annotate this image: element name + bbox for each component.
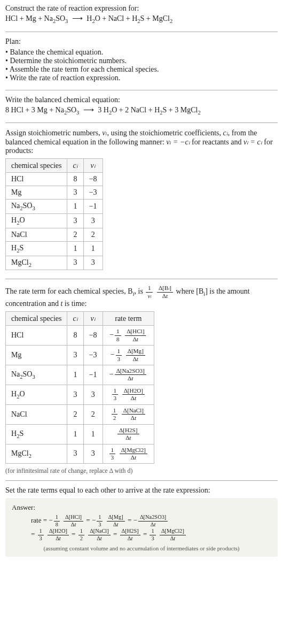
plan-item: Balance the chemical equation. — [5, 48, 278, 57]
text: , using the stoichiometric coefficients, — [107, 129, 223, 137]
plan-item: Assemble the rate term for each chemical… — [5, 65, 278, 74]
stoich-intro: Assign stoichiometric numbers, νᵢ, using… — [5, 128, 278, 155]
table-row: Na2SO31−1−Δ[Na2SO3]Δt — [6, 365, 154, 385]
relation-react: νᵢ = −cᵢ — [166, 138, 190, 146]
relation-prod: νᵢ = cᵢ — [243, 138, 262, 146]
text: , is — [135, 288, 145, 296]
balanced-section: Write the balanced chemical equation: 8 … — [5, 96, 278, 124]
plan-section: Plan: Balance the chemical equation.Dete… — [5, 37, 278, 90]
table-row: NaCl2212 Δ[NaCl]Δt — [6, 404, 154, 424]
answer-note: (assuming constant volume and no accumul… — [12, 545, 271, 551]
table-row: H2O3313 Δ[H2O]Δt — [6, 385, 154, 404]
table-row: H2S11 — [6, 241, 103, 256]
one-over-nu: 1νᵢ — [146, 285, 153, 300]
balanced-equation: 8 HCl + 3 Mg + Na2SO3 ⟶ 3 H2O + 2 NaCl +… — [5, 104, 278, 118]
rateterm-section: The rate term for each chemical species,… — [5, 285, 278, 481]
table-row: MgCl23313 Δ[MgCl2]Δt — [6, 444, 154, 464]
table-row: NaCl22 — [6, 228, 103, 241]
table-row: MgCl233 — [6, 256, 103, 270]
table-row: H2O33 — [6, 213, 103, 228]
balanced-title: Write the balanced chemical equation: — [5, 96, 278, 104]
rateterm-table: chemical speciescᵢνᵢrate termHCl8−8−18 Δ… — [5, 311, 154, 464]
rate-expression: rate = −18 Δ[HCl]Δt = −13 Δ[Mg]Δt = −Δ[N… — [12, 514, 271, 542]
plan-item: Determine the stoichiometric numbers. — [5, 57, 278, 65]
text: is time: — [62, 300, 87, 308]
unbalanced-equation: HCl + Mg + Na2SO3 ⟶ H2O + NaCl + H2S + M… — [5, 13, 278, 26]
answer-label: Answer: — [12, 503, 271, 512]
plan-list: Balance the chemical equation.Determine … — [5, 48, 278, 82]
final-intro: Set the rate terms equal to each other t… — [5, 486, 278, 495]
text: Assign stoichiometric numbers, — [5, 129, 102, 137]
text: where [B — [176, 288, 204, 296]
dBi-dt: Δ[Bᵢ]Δt — [157, 285, 173, 300]
plan-item: Write the rate of reaction expression. — [5, 74, 278, 82]
table-row: Mg3−3 — [6, 186, 103, 200]
table-row: H2S11Δ[H2S]Δt — [6, 424, 154, 444]
table-row: Na2SO31−1 — [6, 200, 103, 214]
plan-title: Plan: — [5, 37, 278, 46]
rateterm-intro: The rate term for each chemical species,… — [5, 285, 278, 308]
prompt-section: Construct the rate of reaction expressio… — [5, 4, 278, 32]
rateterm-footnote: (for infinitesimal rate of change, repla… — [5, 467, 278, 475]
ci-symbol: cᵢ — [223, 129, 228, 137]
final-section: Set the rate terms equal to each other t… — [5, 486, 278, 557]
stoich-table: chemical speciescᵢνᵢHCl8−8Mg3−3Na2SO31−1… — [5, 158, 103, 270]
stoich-section: Assign stoichiometric numbers, νᵢ, using… — [5, 128, 278, 279]
table-row: HCl8−8−18 Δ[HCl]Δt — [6, 326, 154, 346]
text: The rate term for each chemical species,… — [5, 288, 133, 296]
prompt-title: Construct the rate of reaction expressio… — [5, 4, 278, 13]
table-row: HCl8−8 — [6, 173, 103, 186]
table-row: Mg3−3−13 Δ[Mg]Δt — [6, 346, 154, 365]
answer-box: Answer: rate = −18 Δ[HCl]Δt = −13 Δ[Mg]Δ… — [5, 498, 278, 557]
text: for reactants and — [190, 138, 243, 146]
